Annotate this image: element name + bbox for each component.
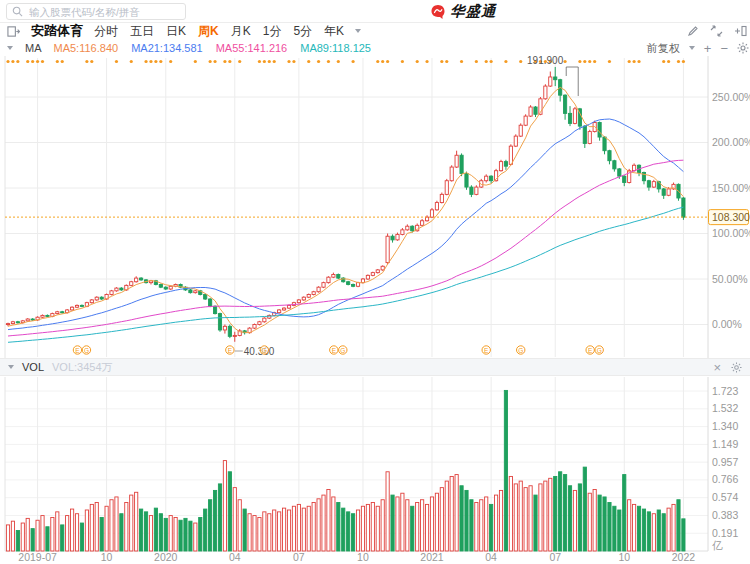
adjust-chevron-icon[interactable] (689, 46, 695, 50)
svg-text:E: E (588, 347, 593, 354)
svg-text:G: G (84, 347, 89, 354)
huasheng-logo-icon (430, 4, 446, 20)
svg-text:2020: 2020 (154, 551, 178, 563)
main-grid (5, 56, 708, 358)
tab-分时[interactable]: 分时 (94, 23, 118, 40)
svg-text:07: 07 (549, 551, 561, 563)
svg-text:1.723: 1.723 (712, 385, 738, 397)
toolbar-icons (687, 25, 750, 37)
tab-1分[interactable]: 1分 (263, 23, 282, 40)
period-toolbar: 安踏体育 分时五日日K周K月K1分5分年K (0, 22, 750, 40)
svg-text:E: E (332, 347, 337, 354)
svg-text:0.957: 0.957 (712, 456, 738, 468)
ma-legend-row: MA MA5:116.840MA21:134.581MA55:141.216MA… (0, 40, 750, 56)
svg-text:2021: 2021 (420, 551, 444, 563)
zoom-out-button[interactable]: − (720, 42, 728, 55)
vol-label: VOL (22, 361, 44, 373)
vol-gear-icon[interactable] (731, 362, 742, 373)
volume-bars (6, 390, 685, 551)
tab-5分[interactable]: 5分 (293, 23, 312, 40)
ma-lines (8, 87, 683, 342)
zoom-in-button[interactable]: + (704, 42, 712, 55)
stock-name: 安踏体育 (31, 22, 83, 40)
panel-layout-icon[interactable] (7, 25, 20, 38)
close-icon[interactable]: × (713, 361, 721, 374)
period-tabs: 分时五日日K周K月K1分5分年K (94, 23, 344, 40)
add-panel-icon[interactable] (734, 25, 747, 37)
svg-text:E: E (75, 347, 80, 354)
svg-text:0.383: 0.383 (712, 509, 738, 521)
svg-text:10: 10 (618, 551, 630, 563)
volume-chart[interactable]: 0.1910.3830.5740.7660.9571.1491.3401.532… (0, 376, 750, 564)
search-input[interactable] (27, 5, 180, 19)
tab-年K[interactable]: 年K (324, 23, 344, 40)
svg-text:G: G (518, 347, 523, 354)
svg-text:G: G (262, 347, 267, 354)
svg-text:1.340: 1.340 (712, 420, 738, 432)
fullscreen-icon[interactable] (710, 25, 723, 37)
svg-text:G: G (597, 347, 602, 354)
ma-label: MA (25, 42, 42, 54)
svg-text:2022: 2022 (672, 551, 696, 563)
adjust-controls: 前复权 + − (647, 41, 750, 56)
svg-text:04: 04 (485, 551, 497, 563)
svg-text:0.766: 0.766 (712, 473, 738, 485)
tab-五日[interactable]: 五日 (130, 23, 154, 40)
svg-text:1.149: 1.149 (712, 438, 738, 450)
svg-text:200.00%: 200.00% (712, 136, 750, 148)
svg-text:E: E (484, 347, 489, 354)
svg-text:E: E (228, 347, 233, 354)
event-badges: EGEGEGEGEG (73, 346, 603, 354)
topbar: 华盛通 (0, 0, 750, 23)
gear-icon[interactable] (737, 42, 749, 54)
adjust-mode-label[interactable]: 前复权 (647, 41, 680, 56)
tab-月K[interactable]: 月K (231, 23, 251, 40)
vol-controls: × (713, 361, 742, 374)
ma-values: MA5:116.840MA21:134.581MA55:141.216MA89:… (54, 42, 372, 54)
ma-item: MA89:118.125 (300, 42, 371, 54)
vol-collapse-icon[interactable] (8, 365, 14, 369)
tab-日K[interactable]: 日K (166, 23, 186, 40)
svg-text:1.532: 1.532 (712, 402, 738, 414)
tab-周K[interactable]: 周K (198, 23, 219, 40)
candlestick-chart[interactable]: 250.00%200.00%150.00%100.00%50.00%0.00%1… (0, 56, 750, 358)
draw-pencil-icon[interactable] (687, 25, 699, 37)
svg-text:100.00%: 100.00% (712, 227, 750, 239)
ma-item: MA55:141.216 (216, 42, 288, 54)
svg-text:07: 07 (293, 551, 305, 563)
ma-item: MA21:134.581 (131, 42, 203, 54)
svg-text:50.00%: 50.00% (712, 273, 748, 285)
svg-text:0.574: 0.574 (712, 491, 738, 503)
svg-text:108.300: 108.300 (712, 211, 750, 223)
ma-collapse-icon[interactable] (7, 46, 13, 50)
svg-text:亿: 亿 (712, 539, 723, 551)
vol-value: VOL:3454万 (52, 360, 113, 375)
svg-text:10: 10 (101, 551, 113, 563)
svg-text:04: 04 (229, 551, 241, 563)
svg-text:250.00%: 250.00% (712, 91, 750, 103)
search-box[interactable] (6, 3, 186, 20)
svg-text:150.00%: 150.00% (712, 182, 750, 194)
logo-text: 华盛通 (450, 2, 497, 21)
svg-text:0.191: 0.191 (712, 527, 738, 539)
ma-item: MA5:116.840 (54, 42, 119, 54)
search-icon (12, 6, 23, 17)
high-annotation: 191.900 (527, 56, 564, 66)
svg-text:10: 10 (357, 551, 369, 563)
svg-text:0.00%: 0.00% (712, 318, 742, 330)
huasheng-app: 华盛通 安踏体育 分时五日日K周K月K1分5分年K MA (0, 0, 750, 564)
logo: 华盛通 (430, 2, 497, 21)
chevron-down-icon[interactable] (355, 29, 361, 33)
volume-header: VOL VOL:3454万 × (0, 358, 750, 376)
low-annotation: 40.360 (244, 346, 275, 357)
svg-text:G: G (340, 347, 345, 354)
svg-text:2019-07: 2019-07 (18, 551, 57, 563)
news-dots (6, 60, 685, 63)
